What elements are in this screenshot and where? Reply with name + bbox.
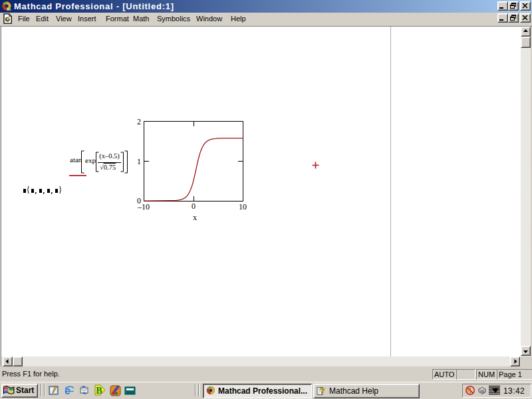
svg-text:2: 2 <box>137 117 141 126</box>
svg-text:m: m <box>7 7 11 11</box>
svg-text:0: 0 <box>192 201 196 211</box>
svg-text:x: x <box>193 213 197 222</box>
svg-text:1: 1 <box>137 157 141 166</box>
svg-text:?: ? <box>320 386 325 396</box>
svg-text:–10: –10 <box>137 202 150 211</box>
svg-text:B: B <box>96 386 102 396</box>
svg-text:10: 10 <box>239 202 247 211</box>
